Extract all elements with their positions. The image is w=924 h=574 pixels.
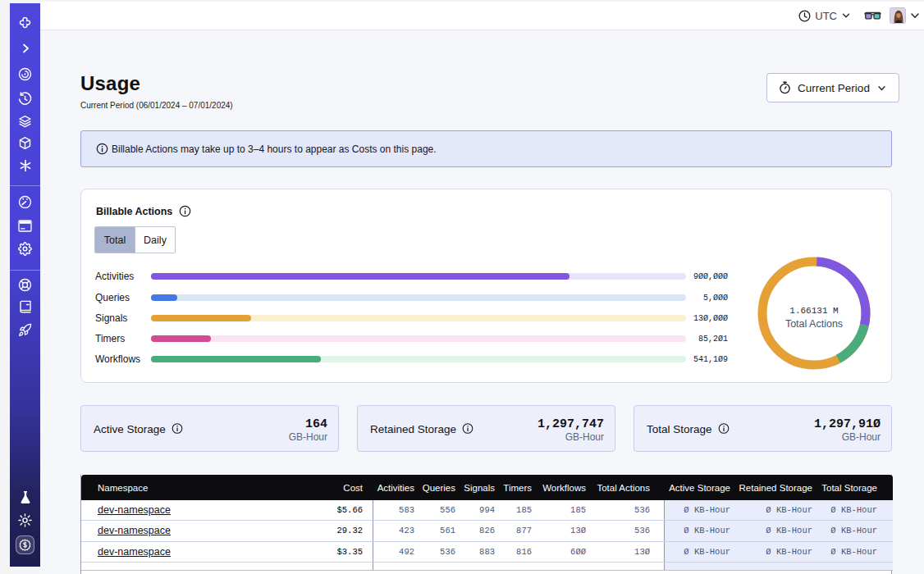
- svg-text:1.66131 M: 1.66131 M: [789, 306, 838, 316]
- svg-text:Total Actions: Total Actions: [785, 318, 843, 330]
